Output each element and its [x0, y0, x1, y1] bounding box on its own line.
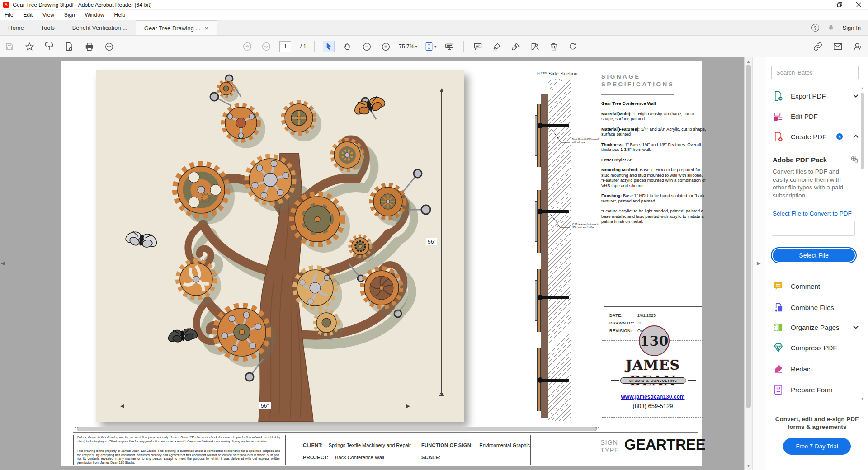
menu-bar: File Edit View Sign Window Help: [0, 10, 868, 20]
logo-website-link[interactable]: www.jamesdean130.com: [602, 394, 703, 400]
sign-in-button[interactable]: Sign In: [843, 24, 861, 31]
section-divider-dashed: [598, 75, 598, 423]
spec-heading: SIGNAGE SPECIFICATIONS: [601, 73, 674, 88]
butterfly-orange: [350, 92, 389, 119]
fit-page-dropdown[interactable]: ▾: [425, 42, 437, 51]
star-favorite-icon[interactable]: [24, 41, 35, 52]
sign-type-label: SIGN TYPE: [600, 438, 619, 454]
select-file-convert-link[interactable]: Select File to Convert to PDF: [773, 210, 852, 217]
compress-pdf-icon: [773, 342, 783, 353]
stud-mount-callout: Stud Mount HDU to wall with silicone.: [572, 138, 600, 144]
height-dimension-line: [441, 89, 442, 396]
free-trial-button[interactable]: Free 7-Day Trial: [783, 438, 851, 455]
tab-gear-tree-drawing[interactable]: Gear Tree Drawing ... ×: [136, 20, 217, 35]
select-tool-icon[interactable]: [323, 41, 335, 52]
sidebar-item-edit-pdf[interactable]: Edit PDF: [765, 106, 859, 126]
menu-window[interactable]: Window: [85, 12, 104, 18]
sidebar-scrollbar[interactable]: ▲ ▼: [859, 85, 865, 402]
meta-rule: [604, 305, 702, 307]
more-tools-icon[interactable]: [103, 41, 115, 52]
menu-view[interactable]: View: [42, 12, 54, 18]
file-select-field[interactable]: [772, 221, 855, 236]
sidebar-item-organize-pages[interactable]: Organize Pages: [765, 317, 859, 337]
display-settings-icon[interactable]: [443, 41, 455, 52]
function-row: FUNCTION OF SIGN: Environmental Graphic: [421, 441, 530, 449]
hand-tool-icon[interactable]: [342, 41, 354, 52]
delete-pages-icon[interactable]: [548, 41, 560, 52]
menu-help[interactable]: Help: [114, 12, 126, 18]
notifications-bell-icon[interactable]: [827, 24, 835, 32]
close-button[interactable]: [849, 0, 868, 10]
zoom-in-icon[interactable]: [380, 41, 392, 52]
select-file-button[interactable]: Select File: [771, 247, 857, 263]
send-email-icon[interactable]: [832, 41, 844, 52]
sign-tool-icon[interactable]: [510, 41, 522, 52]
dashed-divider: [602, 417, 703, 418]
share-link-icon[interactable]: [812, 41, 824, 52]
promo-text: Convert, edit and e-sign PDF forms & agr…: [769, 415, 865, 431]
collapse-right-pane-icon[interactable]: ▶: [757, 260, 760, 266]
document-canvas[interactable]: 56" 56" |–| 1 3/8" Side Section: [0, 57, 744, 470]
disclaimer-colors: Colors shown in this drawing are for pre…: [77, 436, 280, 443]
next-page-icon[interactable]: [260, 41, 272, 52]
scroll-up-icon[interactable]: ▲: [859, 86, 865, 90]
help-icon[interactable]: ?: [811, 24, 819, 32]
scrollbar-thumb[interactable]: [746, 65, 751, 408]
acrylic-feature-section: [537, 190, 541, 253]
scroll-down-icon[interactable]: ▼: [745, 464, 752, 468]
sidebar-item-compress-pdf[interactable]: Compress PDF: [765, 338, 859, 357]
gear-tree-artwork: [96, 70, 464, 422]
prepare-form-icon: [773, 384, 783, 395]
pdf-pack-icon: [850, 155, 859, 165]
menu-file[interactable]: File: [5, 12, 13, 18]
add-user-icon[interactable]: [852, 41, 863, 52]
collapse-left-pane-icon[interactable]: ◀: [1, 260, 5, 266]
rotate-tool-icon[interactable]: [567, 41, 579, 52]
sidebar-item-label: Create PDF: [791, 133, 826, 141]
page-number-input[interactable]: [279, 41, 291, 52]
vertical-scrollbar[interactable]: ▲ ▼: [744, 57, 752, 470]
highlight-tool-icon[interactable]: [491, 41, 503, 52]
scroll-down-icon[interactable]: ▼: [859, 397, 865, 401]
sidebar-item-comment[interactable]: Comment: [765, 276, 859, 296]
minimize-button[interactable]: [811, 0, 830, 10]
scroll-up-icon[interactable]: ▲: [745, 59, 752, 64]
restore-button[interactable]: [830, 0, 849, 10]
vhb-tape-callout: VHB tape and silicone to HDU and each ot…: [572, 223, 600, 229]
acrylic-feature-section: [535, 115, 537, 156]
acrylic-feature-section: [535, 201, 537, 242]
tab-close-icon[interactable]: ×: [205, 25, 208, 32]
sidebar-item-export-pdf[interactable]: Export PDF: [765, 86, 859, 106]
logo-130-badge: 130: [639, 325, 670, 356]
acrylic-feature-section: [535, 280, 537, 321]
menu-edit[interactable]: Edit: [23, 12, 33, 18]
acrylic-feature-section: [537, 104, 541, 167]
tab-tools[interactable]: Tools: [32, 20, 64, 35]
tab-label: Gear Tree Drawing ...: [144, 25, 200, 32]
sidebar-item-combine-files[interactable]: Combine Files: [765, 297, 859, 317]
menu-sign[interactable]: Sign: [64, 12, 75, 18]
scrollbar-thumb[interactable]: [861, 93, 864, 169]
stamp-edit-icon[interactable]: [529, 41, 541, 52]
width-dimension-label: 56": [259, 402, 271, 409]
adobe-acrobat-icon: A: [3, 2, 9, 8]
comment-tool-icon[interactable]: [472, 41, 484, 52]
tab-home[interactable]: Home: [0, 20, 32, 35]
scale-row: SCALE:: [421, 453, 441, 461]
chevron-down-icon: ▾: [434, 44, 437, 49]
export-page-icon[interactable]: [63, 41, 75, 52]
previous-page-icon[interactable]: [241, 41, 253, 52]
print-icon[interactable]: [83, 41, 95, 52]
share-upload-icon[interactable]: [43, 41, 55, 52]
sidebar-item-redact[interactable]: Redact: [765, 359, 859, 379]
search-input[interactable]: [771, 66, 859, 79]
horizontal-scrollbar[interactable]: [77, 427, 597, 431]
sidebar-item-prepare-form[interactable]: Prepare Form: [765, 380, 859, 400]
sidebar-item-create-pdf[interactable]: Create PDF ★: [765, 127, 859, 146]
save-icon[interactable]: [4, 41, 15, 52]
zoom-out-icon[interactable]: [361, 41, 373, 52]
sidebar-item-label: Compress PDF: [791, 344, 837, 352]
adobe-pdf-pack-title: Adobe PDF Pack: [773, 156, 827, 164]
tab-benefit-verification[interactable]: Benefit Verification ...: [64, 20, 136, 35]
zoom-level-dropdown[interactable]: 75.7% ▾: [399, 43, 417, 50]
